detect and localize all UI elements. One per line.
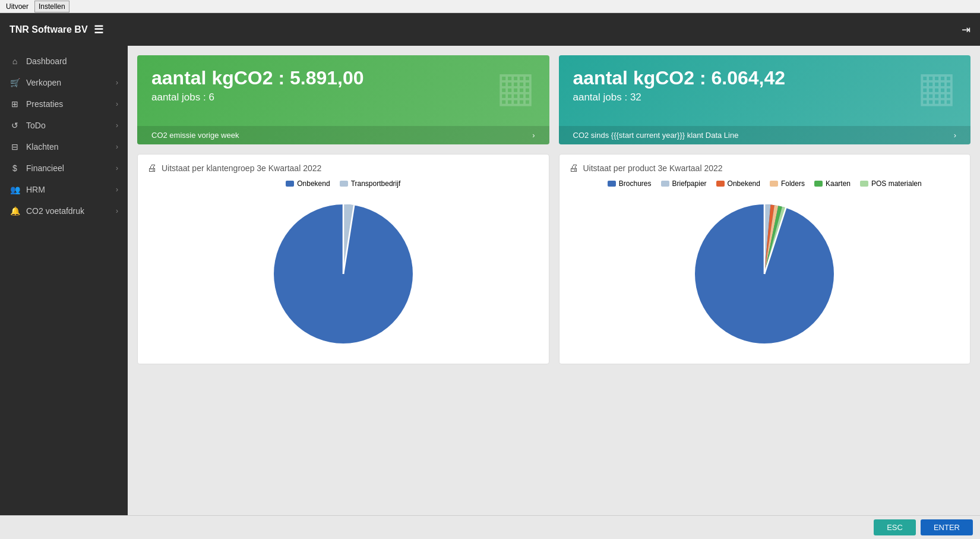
- print-icon-2[interactable]: 🖨: [569, 163, 578, 174]
- jobs-teal: aantal jobs : 32: [573, 92, 957, 103]
- chevron-icon: ›: [116, 121, 118, 130]
- kg-co2-green: aantal kgCO2 : 5.891,00: [151, 67, 535, 89]
- chevron-icon: ›: [116, 100, 118, 108]
- legend-item-onbekend: Onbekend: [286, 179, 330, 188]
- sidebar-item-hrm[interactable]: 👥 HRM ›: [0, 179, 128, 200]
- legend-label-folders: Folders: [781, 179, 805, 188]
- sidebar-item-financieel[interactable]: $ Financieel ›: [0, 157, 128, 179]
- bottom-bar: ESC ENTER: [0, 515, 980, 539]
- sidebar-label-todo: ToDo: [26, 121, 46, 130]
- legend-item-briefpapier: Briefpapier: [661, 179, 707, 188]
- chevron-icon: ›: [116, 207, 118, 215]
- co2-icon: 🔔: [10, 206, 20, 216]
- bg-grid-icon: ▦: [496, 62, 535, 111]
- pie-svg-1: [266, 197, 421, 351]
- hamburger-icon[interactable]: ☰: [94, 23, 103, 36]
- chevron-icon: ›: [116, 78, 118, 87]
- legend-product: Brochures Briefpapier Onbekend Fold: [569, 179, 961, 188]
- stat-card-teal[interactable]: ▦ aantal kgCO2 : 6.064,42 aantal jobs : …: [559, 55, 971, 144]
- sidebar-label-verkopen: Verkopen: [26, 78, 61, 87]
- sidebar-label-klachten: Klachten: [26, 142, 58, 152]
- pie-chart-product: [569, 194, 961, 354]
- print-icon-1[interactable]: 🖨: [147, 163, 157, 174]
- sidebar-item-prestaties[interactable]: ⊞ Prestaties ›: [0, 93, 128, 115]
- arrow-icon-green: ›: [532, 131, 535, 140]
- legend-color-folders: [770, 181, 778, 187]
- header-bar: TNR Software BV ☰ ⇥: [0, 13, 980, 46]
- chevron-icon: ›: [116, 164, 118, 172]
- stat-card-green[interactable]: ▦ aantal kgCO2 : 5.891,00 aantal jobs : …: [137, 55, 549, 144]
- home-icon: ⌂: [10, 56, 20, 66]
- sidebar-item-dashboard[interactable]: ⌂ Dashboard: [0, 51, 128, 72]
- legend-color-transportbedrijf: [340, 181, 348, 187]
- legend-color-onbekend-2: [716, 181, 725, 187]
- sidebar-label-prestaties: Prestaties: [26, 99, 63, 109]
- legend-label-pos: POS materialen: [871, 179, 922, 188]
- chart-panel-product: 🖨 Uitstaat per product 3e Kwartaal 2022 …: [559, 154, 971, 364]
- legend-item-pos: POS materialen: [860, 179, 922, 188]
- sidebar-item-klachten[interactable]: ⊟ Klachten ›: [0, 136, 128, 157]
- sidebar-label-financieel: Financieel: [26, 163, 64, 173]
- legend-color-brochures: [608, 181, 616, 187]
- sidebar-item-co2[interactable]: 🔔 CO2 voetafdruk ›: [0, 200, 128, 222]
- footer-link-green[interactable]: CO2 emissie vorige week ›: [137, 126, 549, 144]
- chart-panels-row: 🖨 Uitstaat per klantengroep 3e Kwartaal …: [137, 154, 970, 364]
- legend-klantengroep: Onbekend Transportbedrijf: [147, 179, 539, 188]
- chevron-icon: ›: [116, 143, 118, 151]
- sidebar-label-hrm: HRM: [26, 185, 45, 194]
- sidebar-item-todo[interactable]: ↺ ToDo ›: [0, 115, 128, 136]
- top-menu-bar: Uitvoer Instellen: [0, 0, 980, 13]
- chevron-icon: ›: [116, 185, 118, 194]
- sidebar-label-dashboard: Dashboard: [26, 56, 67, 66]
- legend-item-transportbedrijf: Transportbedrijf: [340, 179, 401, 188]
- financieel-icon: $: [10, 163, 20, 173]
- main-window: TNR Software BV ☰ ⇥ ⌂ Dashboard 🛒 Verkop…: [0, 13, 980, 539]
- sidebar: ⌂ Dashboard 🛒 Verkopen › ⊞ Prestaties ›: [0, 46, 128, 515]
- esc-button[interactable]: ESC: [874, 519, 916, 535]
- logout-icon[interactable]: ⇥: [962, 23, 970, 36]
- jobs-green: aantal jobs : 6: [151, 92, 535, 103]
- legend-color-briefpapier: [661, 181, 669, 187]
- chart-title-klantengroep: 🖨 Uitstaat per klantengroep 3e Kwartaal …: [147, 163, 539, 174]
- legend-label-briefpapier: Briefpapier: [672, 179, 707, 188]
- legend-label-transportbedrijf: Transportbedrijf: [351, 179, 401, 188]
- pie-chart-klantengroep: [147, 194, 539, 354]
- footer-link-teal[interactable]: CO2 sinds {{{start current year}}} klant…: [559, 126, 971, 144]
- menu-uitvoer[interactable]: Uitvoer: [2, 1, 32, 12]
- prestaties-icon: ⊞: [10, 99, 20, 109]
- pie-svg-2: [687, 197, 842, 351]
- bg-grid-icon-teal: ▦: [917, 62, 956, 111]
- sidebar-item-verkopen[interactable]: 🛒 Verkopen ›: [0, 72, 128, 93]
- cart-icon: 🛒: [10, 78, 20, 87]
- legend-item-kaarten: Kaarten: [814, 179, 851, 188]
- chart-title-text-2: Uitstaat per product 3e Kwartaal 2022: [583, 163, 723, 173]
- sidebar-label-co2: CO2 voetafdruk: [26, 206, 84, 216]
- footer-text-teal: CO2 sinds {{{start current year}}} klant…: [573, 131, 739, 140]
- content-area: ▦ aantal kgCO2 : 5.891,00 aantal jobs : …: [128, 46, 980, 515]
- todo-icon: ↺: [10, 121, 20, 130]
- klachten-icon: ⊟: [10, 142, 20, 152]
- arrow-icon-teal: ›: [954, 131, 956, 140]
- main-layout: ⌂ Dashboard 🛒 Verkopen › ⊞ Prestaties ›: [0, 46, 980, 515]
- legend-label-onbekend: Onbekend: [297, 179, 330, 188]
- chart-title-product: 🖨 Uitstaat per product 3e Kwartaal 2022: [569, 163, 961, 174]
- legend-item-brochures: Brochures: [608, 179, 652, 188]
- chart-panel-klantengroep: 🖨 Uitstaat per klantengroep 3e Kwartaal …: [137, 154, 549, 364]
- legend-item-folders: Folders: [770, 179, 805, 188]
- enter-button[interactable]: ENTER: [921, 519, 973, 535]
- footer-text-green: CO2 emissie vorige week: [151, 131, 239, 140]
- hrm-icon: 👥: [10, 185, 20, 194]
- header-left: TNR Software BV ☰: [10, 23, 103, 36]
- app-name: TNR Software BV: [10, 24, 88, 35]
- stat-cards-row: ▦ aantal kgCO2 : 5.891,00 aantal jobs : …: [137, 55, 970, 144]
- chart-title-text-1: Uitstaat per klantengroep 3e Kwartaal 20…: [162, 163, 321, 173]
- legend-label-onbekend-2: Onbekend: [728, 179, 760, 188]
- legend-color-onbekend: [286, 181, 294, 187]
- legend-item-onbekend-2: Onbekend: [716, 179, 760, 188]
- legend-label-kaarten: Kaarten: [826, 179, 851, 188]
- legend-label-brochures: Brochures: [619, 179, 652, 188]
- legend-color-pos: [860, 181, 868, 187]
- menu-instellen[interactable]: Instellen: [34, 1, 69, 12]
- legend-color-kaarten: [814, 181, 823, 187]
- kg-co2-teal: aantal kgCO2 : 6.064,42: [573, 67, 957, 89]
